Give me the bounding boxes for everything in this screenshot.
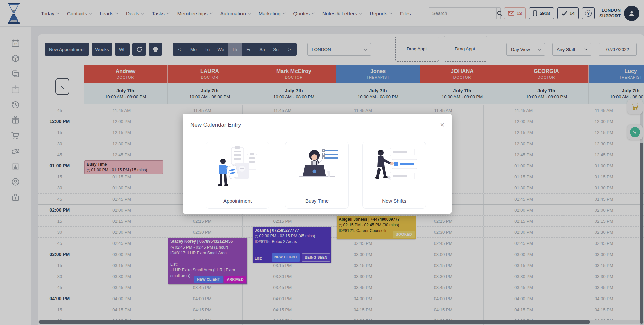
modal-header: New Calendar Entry × — [183, 114, 452, 137]
modal-title: New Calendar Entry — [190, 122, 241, 128]
appointment-illustration — [214, 145, 261, 190]
new-shifts-illustration — [371, 145, 418, 190]
entry-option-appointment[interactable]: Appointment — [206, 142, 269, 209]
entry-option-label: New Shifts — [382, 198, 406, 204]
busy-time-illustration — [293, 145, 340, 190]
entry-option-label: Busy Time — [305, 198, 329, 204]
entry-type-options: Appointment Busy Time New Shifts — [183, 137, 452, 214]
entry-option-new-shifts[interactable]: New Shifts — [362, 142, 426, 209]
entry-option-busy-time[interactable]: Busy Time — [285, 142, 349, 209]
new-calendar-entry-modal: New Calendar Entry × Appointment Busy Ti… — [183, 114, 452, 214]
entry-option-label: Appointment — [223, 198, 252, 204]
close-icon[interactable]: × — [440, 121, 444, 129]
application-window: TodayContactsLeadsDealsTasksMembershipsA… — [0, 0, 644, 325]
